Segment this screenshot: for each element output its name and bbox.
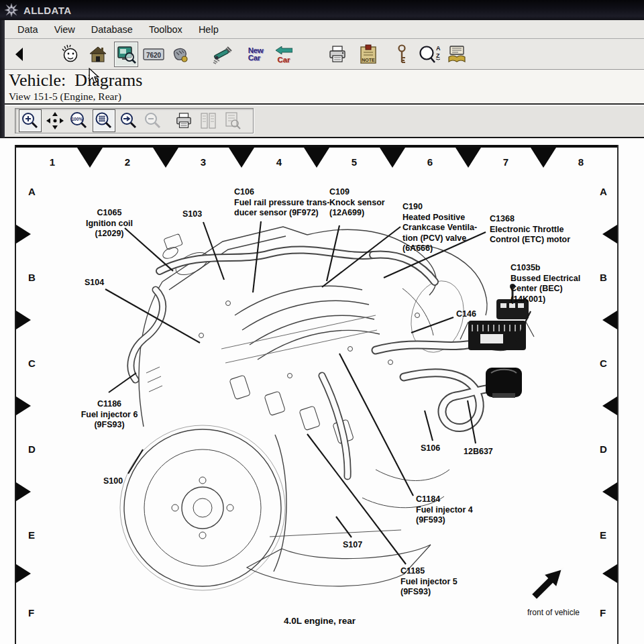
zoom-in-icon[interactable]: [19, 109, 42, 132]
grid-row-right-A: A: [600, 186, 607, 197]
grid-row-left-F: F: [28, 607, 34, 619]
callout-p12b637: 12B637: [464, 447, 493, 458]
callout-c1065: C1065Ignition coil(12029): [86, 208, 133, 239]
teal-arrow-icon: [275, 46, 292, 54]
mouse-cursor: [88, 68, 100, 84]
grid-marker-down: [229, 148, 254, 168]
svg-text:A: A: [436, 45, 441, 52]
grid-marker-left: [602, 225, 617, 244]
grid-row-left-A: A: [28, 186, 36, 197]
vehicle-search-icon[interactable]: [114, 42, 138, 67]
callout-c146: C146: [456, 309, 476, 320]
grid-marker-down: [380, 148, 405, 168]
front-of-vehicle-label: front of vehicle: [527, 608, 580, 617]
callout-c190: C190Heated PositiveCrankcase Ventila-tio…: [402, 202, 477, 254]
callout-c109: C109Knock sensor(12A699): [329, 187, 385, 219]
repair-tools-icon[interactable]: [211, 42, 233, 66]
grid-column-4: 4: [276, 156, 282, 168]
grid-marker-down: [455, 148, 481, 168]
grid-row-left-C: C: [28, 358, 36, 369]
callout-c1184: C1184Fuel injector 4(9F593): [416, 494, 473, 526]
svg-text:100%: 100%: [72, 117, 83, 121]
grid-marker-left: [602, 311, 617, 329]
zoom-100-icon[interactable]: 100%: [68, 110, 90, 131]
menu-item-toolbox[interactable]: Toolbox: [141, 22, 191, 37]
zoom-fit-icon[interactable]: [93, 109, 115, 132]
callout-s104: S104: [85, 278, 104, 288]
callout-c1368: C1368Electronic ThrottleControl (ETC) mo…: [490, 214, 570, 246]
grid-marker-right: [16, 225, 31, 244]
grid-marker-down: [77, 148, 103, 168]
home-icon[interactable]: [87, 42, 109, 66]
callout-s100: S100: [103, 476, 123, 487]
svg-text:Z: Z: [436, 52, 440, 59]
grid-row-right-F: F: [600, 607, 606, 619]
window-frame-edge: [0, 20, 5, 138]
grid-row-right-C: C: [600, 358, 607, 369]
grid-marker-right: [16, 564, 31, 583]
grid-column-5: 5: [352, 156, 357, 168]
print-diagram-icon[interactable]: [173, 110, 195, 131]
grid-marker-left: [602, 396, 617, 415]
customer-icon[interactable]: [59, 42, 82, 66]
pan-icon[interactable]: [44, 110, 66, 131]
estimator-icon[interactable]: 7620: [142, 42, 165, 66]
back-icon[interactable]: [8, 42, 31, 66]
grid-marker-down: [531, 148, 556, 168]
menu-item-view[interactable]: View: [46, 22, 83, 37]
grid-column-2: 2: [125, 156, 130, 168]
notes-icon[interactable]: NOTE: [357, 42, 380, 66]
zoom-next-icon[interactable]: [118, 110, 140, 131]
new-car-icon[interactable]: New Car: [243, 42, 268, 66]
view-toolbar: 100%: [0, 106, 644, 138]
grid-row-left-D: D: [28, 443, 36, 455]
svg-text:7620: 7620: [146, 51, 162, 58]
text-search-icon: [221, 110, 243, 131]
grid-row-right-B: B: [600, 272, 607, 283]
grid-marker-right: [16, 482, 31, 501]
grid-row-left-B: B: [28, 272, 36, 283]
title-bar: ALLDATA: [0, 0, 644, 20]
callout-c1035b: C1035bBussed ElectricalCenter (BEC)(14K0…: [511, 263, 580, 305]
grid-row-left-E: E: [28, 529, 35, 541]
grid-column-3: 3: [201, 156, 206, 168]
callout-s107: S107: [343, 540, 362, 551]
diagram-caption: 4.0L engine, rear: [284, 616, 356, 626]
page-subtitle: View 151-5 (Engine, Rear): [9, 91, 644, 103]
grid-row-right-E: E: [600, 529, 606, 541]
grid-marker-down: [304, 148, 329, 168]
svg-text:NOTE: NOTE: [362, 57, 375, 62]
grid-marker-left: [602, 564, 617, 583]
manuals-icon[interactable]: [445, 42, 468, 66]
car-history-icon[interactable]: Car: [271, 42, 297, 66]
grid-marker-left: [602, 482, 617, 501]
grid-column-8: 8: [578, 156, 584, 168]
search-az-icon[interactable]: A Z: [419, 42, 441, 66]
callout-s106: S106: [421, 443, 440, 454]
grid-marker-right: [16, 396, 31, 415]
callout-c1186: C1186Fuel injector 6(9FS93): [81, 399, 138, 431]
print-icon[interactable]: [326, 42, 349, 66]
menu-item-data[interactable]: Data: [9, 22, 46, 37]
callout-c1185: C1185Fuel injector 5(9FS93): [400, 566, 458, 598]
grid-row-right-D: D: [600, 443, 607, 455]
callout-c106: C106Fuel rail pressure trans-ducer senso…: [234, 187, 329, 219]
grid-marker-right: [16, 311, 31, 329]
view-toolbar-strip: 100%: [15, 108, 254, 133]
labor-guide-icon[interactable]: [169, 42, 192, 66]
grid-marker-down: [153, 148, 178, 168]
window-title: ALLDATA: [23, 5, 71, 16]
grid-column-7: 7: [503, 156, 508, 168]
alldata-burst-icon: [5, 3, 18, 17]
menu-item-help[interactable]: Help: [191, 22, 227, 37]
grid-right-rule: [617, 145, 619, 644]
main-toolbar: 7620 New Car Car: [0, 39, 644, 70]
key-icon[interactable]: [390, 42, 413, 66]
menu-item-database[interactable]: Database: [83, 22, 141, 37]
page-title: Vehicle: Diagrams: [9, 70, 644, 91]
menu-bar: DataViewDatabaseToolboxHelp: [0, 20, 644, 39]
grid-column-1: 1: [50, 156, 55, 168]
grid-column-6: 6: [427, 156, 433, 168]
zoom-out-icon: [142, 110, 164, 131]
callout-s103: S103: [182, 209, 202, 220]
